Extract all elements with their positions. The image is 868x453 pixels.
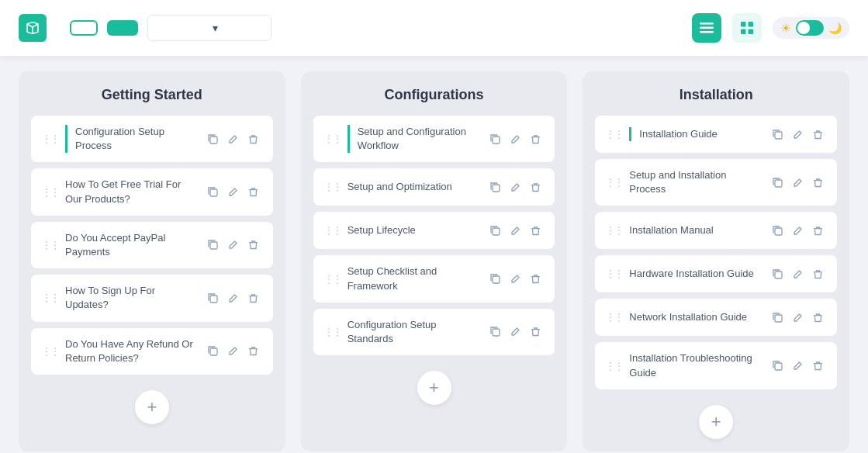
table-row: ⋮⋮ Setup and Configuration Workflow xyxy=(313,116,555,162)
column-getting-started: Getting Started ⋮⋮ Configuration Setup P… xyxy=(19,71,285,451)
edit-icon[interactable] xyxy=(789,358,806,375)
copy-icon[interactable] xyxy=(205,343,222,360)
edit-icon[interactable] xyxy=(789,222,806,239)
delete-icon[interactable] xyxy=(245,237,262,254)
edit-icon[interactable] xyxy=(507,130,524,147)
delete-icon[interactable] xyxy=(245,343,262,360)
delete-icon[interactable] xyxy=(527,130,544,147)
delete-icon[interactable] xyxy=(809,222,826,239)
edit-icon[interactable] xyxy=(507,178,524,195)
edit-icon[interactable] xyxy=(789,265,806,282)
delete-icon[interactable] xyxy=(245,289,262,306)
doc-actions xyxy=(205,343,262,360)
grid-view-button[interactable] xyxy=(732,13,762,43)
kb-selector[interactable]: ▾ xyxy=(147,15,271,41)
delete-icon[interactable] xyxy=(809,265,826,282)
add-doc-button-configurations[interactable]: + xyxy=(417,371,451,405)
doc-actions xyxy=(769,265,826,282)
delete-icon[interactable] xyxy=(245,184,262,201)
drag-handle-icon: ⋮⋮ xyxy=(324,274,341,285)
copy-icon[interactable] xyxy=(769,126,786,143)
add-doc-button-installation[interactable]: + xyxy=(699,405,733,439)
moon-icon: 🌙 xyxy=(828,22,842,34)
delete-icon[interactable] xyxy=(527,178,544,195)
delete-icon[interactable] xyxy=(809,358,826,375)
delete-icon[interactable] xyxy=(809,309,826,326)
edit-icon[interactable] xyxy=(789,309,806,326)
copy-icon[interactable] xyxy=(769,174,786,191)
svg-rect-7 xyxy=(749,29,754,35)
edit-icon[interactable] xyxy=(507,222,524,239)
copy-icon[interactable] xyxy=(205,184,222,201)
doc-title: Setup and Optimization xyxy=(348,180,481,194)
doc-title: Hardware Installation Guide xyxy=(629,267,763,281)
edit-icon[interactable] xyxy=(225,237,242,254)
doc-actions xyxy=(486,323,544,341)
svg-rect-30 xyxy=(775,180,782,187)
edit-icon[interactable] xyxy=(789,174,806,191)
copy-icon[interactable] xyxy=(205,237,222,254)
svg-rect-6 xyxy=(741,29,746,35)
doc-actions xyxy=(486,271,544,288)
delete-icon[interactable] xyxy=(809,174,826,191)
edit-icon[interactable] xyxy=(507,271,524,288)
delete-icon[interactable] xyxy=(527,323,544,341)
add-new-doc-button[interactable] xyxy=(107,20,138,36)
table-row: ⋮⋮ Installation Guide xyxy=(595,116,837,153)
list-view-button[interactable] xyxy=(692,13,721,43)
copy-icon[interactable] xyxy=(205,130,222,147)
edit-icon[interactable] xyxy=(225,184,242,201)
sun-icon: ☀ xyxy=(780,21,791,36)
copy-icon[interactable] xyxy=(769,222,786,239)
doc-title: Setup Checklist and Framework xyxy=(348,265,481,292)
svg-rect-28 xyxy=(775,132,782,139)
delete-icon[interactable] xyxy=(245,130,262,147)
copy-icon[interactable] xyxy=(205,289,222,306)
copy-icon[interactable] xyxy=(486,130,503,147)
copy-icon[interactable] xyxy=(486,178,503,195)
svg-rect-16 xyxy=(210,348,217,355)
svg-rect-5 xyxy=(749,22,754,27)
doc-title: Installation Troubleshooting Guide xyxy=(629,351,763,379)
doc-actions xyxy=(486,178,544,195)
svg-rect-38 xyxy=(775,363,782,370)
copy-icon[interactable] xyxy=(769,358,786,375)
doc-title: Do You Have Any Refund Or Return Policie… xyxy=(65,337,199,365)
theme-toggle[interactable]: ☀ 🌙 xyxy=(773,17,849,39)
delete-icon[interactable] xyxy=(809,126,826,143)
copy-icon[interactable] xyxy=(769,309,786,326)
edit-icon[interactable] xyxy=(507,323,524,341)
drag-handle-icon: ⋮⋮ xyxy=(606,225,623,236)
table-row: ⋮⋮ Do You Accept PayPal Payments xyxy=(31,222,273,268)
drag-handle-icon: ⋮⋮ xyxy=(42,133,59,144)
svg-rect-32 xyxy=(775,228,782,235)
doc-actions xyxy=(769,309,826,326)
drag-handle-icon: ⋮⋮ xyxy=(606,129,623,140)
doc-title: Setup and Installation Process xyxy=(629,168,763,196)
edit-icon[interactable] xyxy=(225,289,242,306)
copy-icon[interactable] xyxy=(486,323,503,341)
delete-icon[interactable] xyxy=(527,222,544,239)
svg-rect-34 xyxy=(775,271,782,278)
svg-rect-1 xyxy=(700,22,714,25)
column-configurations: Configurations ⋮⋮ Setup and Configuratio… xyxy=(301,71,568,451)
copy-icon[interactable] xyxy=(769,265,786,282)
column-installation: Installation ⋮⋮ Installation Guide xyxy=(583,71,849,451)
delete-icon[interactable] xyxy=(527,271,544,288)
drag-handle-icon: ⋮⋮ xyxy=(606,361,623,372)
svg-rect-22 xyxy=(493,228,500,235)
edit-icon[interactable] xyxy=(789,126,806,143)
table-row: ⋮⋮ How To Get Free Trial For Our Product… xyxy=(31,168,273,215)
logo-area xyxy=(19,14,54,42)
edit-icon[interactable] xyxy=(225,343,242,360)
copy-icon[interactable] xyxy=(486,222,503,239)
table-row: ⋮⋮ Network Installation Guide xyxy=(595,299,837,336)
switch-classic-button[interactable] xyxy=(70,20,98,36)
edit-icon[interactable] xyxy=(225,130,242,147)
add-doc-button-getting-started[interactable]: + xyxy=(135,390,169,424)
doc-title: Setup and Configuration Workflow xyxy=(348,125,481,153)
logo-icon xyxy=(19,14,47,42)
doc-title: Configuration Setup Standards xyxy=(348,318,481,346)
toggle-track[interactable] xyxy=(796,20,824,36)
copy-icon[interactable] xyxy=(486,271,503,288)
